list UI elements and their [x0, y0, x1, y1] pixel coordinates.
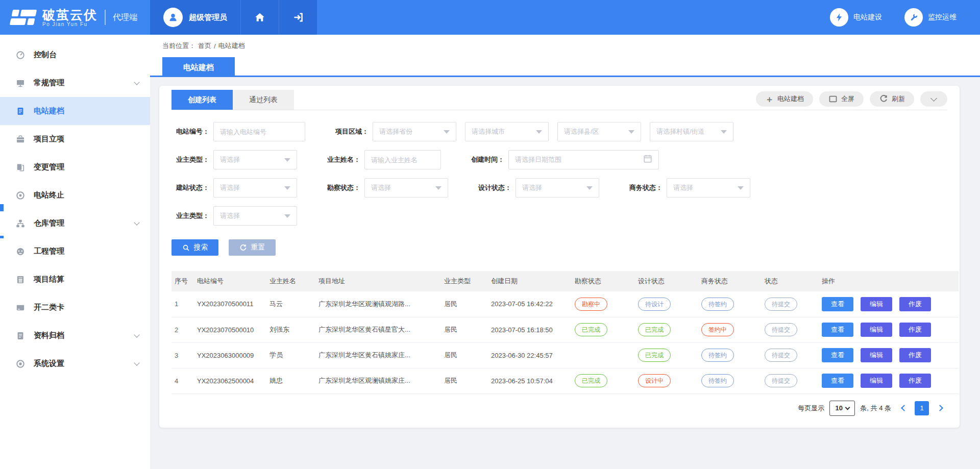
status-badge: 勘察中 [575, 298, 607, 311]
station-code-input[interactable] [213, 122, 305, 141]
fullscreen-icon [828, 94, 838, 104]
caret-down-icon [444, 130, 450, 134]
quicklink-lightning[interactable]: 电站建设 [830, 8, 882, 27]
collapse-button[interactable] [920, 91, 947, 107]
refresh-button[interactable]: 刷新 [870, 91, 914, 107]
page-1-button[interactable]: 1 [915, 401, 929, 415]
logout-icon [292, 12, 304, 23]
cell-business-status: 待签约 [698, 291, 762, 317]
cell-created: 2023-06-30 22:45:57 [488, 342, 572, 368]
caret-down-icon [536, 130, 542, 134]
sidebar-item-sitemap[interactable]: 仓库管理 [0, 209, 150, 237]
view-button[interactable]: 查看 [822, 323, 853, 337]
create-time-picker[interactable]: 请选择日期范围 [508, 150, 659, 169]
caret-down-icon [284, 158, 290, 162]
void-button[interactable]: 作废 [899, 348, 931, 362]
filter-station-code: 电站编号： [172, 122, 305, 141]
cell-business-status: 待签约 [698, 368, 762, 393]
status-badge: 已完成 [638, 323, 671, 336]
status-badge: 设计中 [638, 374, 671, 387]
sidebar-item-gauge[interactable]: 工程管理 [0, 237, 150, 265]
cell-actions: 查看编辑作废 [819, 368, 959, 393]
view-button[interactable]: 查看 [822, 297, 853, 311]
dashboard-icon [15, 50, 26, 60]
quicklink-wrench[interactable]: 监控运维 [904, 8, 957, 27]
tab-passed-list[interactable]: 通过列表 [233, 90, 294, 110]
cell-survey-status: 已完成 [572, 368, 635, 393]
edit-button[interactable]: 编辑 [861, 297, 892, 311]
cell-business-status: 待签约 [698, 342, 762, 368]
void-button[interactable]: 作废 [899, 297, 931, 311]
breadcrumb-prefix: 当前位置： [162, 41, 195, 51]
page-tab[interactable]: 电站建档 [162, 57, 235, 77]
avatar [163, 8, 183, 27]
cell-address: 广东深圳龙华区观澜镇姚家庄... [315, 368, 441, 393]
filter-label: 业主类型： [172, 211, 209, 220]
project-region-select[interactable]: 请选择省份 [373, 122, 456, 141]
chevron-down-icon [134, 360, 139, 365]
table-body: 1YX2023070500011马云广东深圳龙华区观澜镇观湖路...居民2023… [172, 291, 959, 393]
owner-type-select[interactable]: 请选择 [213, 150, 297, 169]
sidebar-item-pages[interactable]: 变更管理 [0, 153, 150, 181]
design-status-select[interactable]: 请选择 [516, 178, 599, 198]
chevron-down-icon [134, 332, 139, 337]
status-badge: 签约中 [701, 323, 734, 336]
reset-button[interactable]: 重置 [229, 239, 276, 256]
business-status-select[interactable]: 请选择 [667, 178, 750, 198]
cell-code: YX2023070500010 [194, 317, 266, 342]
view-button[interactable]: 查看 [822, 348, 853, 362]
project-region-select[interactable]: 请选择城市 [465, 122, 549, 141]
void-button[interactable]: 作废 [899, 374, 931, 388]
sidebar-item-archive[interactable]: 资料归档 [0, 322, 150, 350]
sidebar-item-target[interactable]: 电站终止 [0, 181, 150, 209]
user-menu[interactable]: 超级管理员 [150, 0, 240, 35]
owner-name-input[interactable] [364, 150, 441, 169]
sidebar-item-briefcase[interactable]: 项目立项 [0, 125, 150, 153]
per-page-select[interactable]: 10 [829, 401, 855, 416]
view-button[interactable]: 查看 [822, 374, 853, 388]
search-button[interactable]: 搜索 [172, 239, 218, 256]
column-header: 业主姓名 [266, 271, 315, 291]
project-region-select[interactable]: 请选择村镇/街道 [650, 122, 733, 141]
owner-type-2-select[interactable]: 请选择 [213, 206, 297, 226]
sidebar-item-card[interactable]: 开二类卡 [0, 293, 150, 322]
status-badge: 已完成 [575, 323, 607, 336]
sidebar-item-monitor[interactable]: 常规管理 [0, 69, 150, 97]
edit-button[interactable]: 编辑 [861, 323, 892, 337]
column-header: 设计状态 [635, 271, 698, 291]
caret-down-icon [435, 186, 442, 190]
breadcrumb-home[interactable]: 首页 [198, 41, 211, 51]
sidebar-scrollbar-segment[interactable] [0, 236, 4, 238]
void-button[interactable]: 作废 [899, 323, 931, 337]
sidebar-item-label: 工程管理 [34, 246, 139, 256]
project-region-select[interactable]: 请选择县/区 [557, 122, 641, 141]
build-status-select[interactable]: 请选择 [213, 178, 297, 198]
cell-code: YX2023063000009 [194, 342, 266, 368]
sidebar-item-dashboard[interactable]: 控制台 [0, 41, 150, 69]
column-header: 序号 [172, 271, 194, 291]
cell-survey-status [572, 342, 635, 368]
filter-label: 建站状态： [172, 183, 209, 192]
sidebar-item-settings[interactable]: 系统设置 [0, 350, 150, 378]
cell-actions: 查看编辑作废 [819, 317, 959, 342]
fullscreen-button[interactable]: 全屏 [819, 91, 864, 107]
logout-button[interactable] [279, 0, 317, 35]
edit-button[interactable]: 编辑 [861, 374, 892, 388]
chevron-down-icon [845, 405, 850, 410]
survey-status-select[interactable]: 请选择 [364, 178, 448, 198]
prev-page-button[interactable] [896, 402, 910, 415]
caret-down-icon [721, 130, 727, 134]
edit-button[interactable]: 编辑 [861, 348, 892, 362]
gauge-icon [15, 246, 26, 257]
next-page-button[interactable] [934, 402, 947, 415]
caret-down-icon [284, 186, 290, 190]
cell-code: YX2023062500004 [194, 368, 266, 393]
tab-create-list[interactable]: 创建列表 [172, 90, 233, 110]
sidebar-item-document[interactable]: 电站建档 [0, 97, 150, 125]
sidebar-item-label: 仓库管理 [34, 218, 135, 228]
cell-design-status: 设计中 [635, 368, 698, 393]
sidebar-scrollbar[interactable] [0, 204, 4, 211]
sidebar-item-calculator[interactable]: 项目结算 [0, 265, 150, 293]
home-button[interactable] [240, 0, 279, 35]
create-station-button[interactable]: ＋电站建档 [756, 91, 813, 107]
